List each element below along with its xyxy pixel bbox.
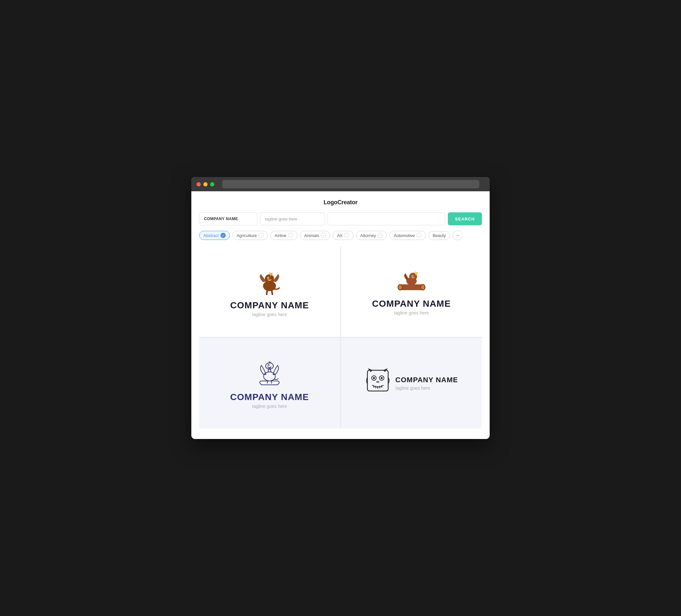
filter-abstract-label: Abstract xyxy=(203,233,219,238)
filter-beauty[interactable]: Beauty xyxy=(428,231,450,240)
svg-point-16 xyxy=(266,363,273,369)
logo-4-layout: COMPANY NAME tagline goes here xyxy=(365,368,458,399)
filter-agriculture[interactable]: Agriculture ✓ xyxy=(232,231,268,240)
logo-card-4[interactable]: COMPANY NAME tagline goes here xyxy=(341,338,482,429)
filter-attorney[interactable]: Attorney ✓ xyxy=(356,231,387,240)
svg-point-1 xyxy=(265,274,274,283)
minimize-button[interactable] xyxy=(203,182,207,186)
svg-point-10 xyxy=(421,285,425,289)
svg-point-3 xyxy=(268,278,269,279)
logo-icon-4 xyxy=(365,368,391,393)
browser-window: LogoCreator SEARCH Abstract ✓ Agricultur… xyxy=(191,177,490,439)
logo-4-text: COMPANY NAME tagline goes here xyxy=(395,376,458,391)
tagline-input[interactable] xyxy=(260,212,325,225)
filter-airline-check: ✓ xyxy=(288,233,293,238)
filter-abstract[interactable]: Abstract ✓ xyxy=(199,231,230,240)
logo-3-company: COMPANY NAME xyxy=(230,392,309,402)
filter-art-label: Art xyxy=(337,233,343,238)
url-bar[interactable] xyxy=(222,180,479,188)
logo-grid: COMPANY NAME tagline goes here xyxy=(199,246,482,429)
svg-point-14 xyxy=(412,276,413,276)
browser-titlebar xyxy=(191,177,490,191)
svg-rect-6 xyxy=(400,284,423,290)
logo-2-company: COMPANY NAME xyxy=(372,299,451,309)
search-bar: SEARCH xyxy=(199,212,482,225)
svg-point-23 xyxy=(373,377,375,379)
logo-icon-1 xyxy=(255,266,284,295)
filter-next-button[interactable]: → xyxy=(453,231,462,240)
filter-automotive-label: Automotive xyxy=(394,233,415,238)
logo-card-1[interactable]: COMPANY NAME tagline goes here xyxy=(199,246,340,337)
filter-art[interactable]: Art ✓ xyxy=(333,231,353,240)
filter-animals[interactable]: Animals ✓ xyxy=(300,231,330,240)
logo-card-2[interactable]: COMPANY NAME tagline goes here xyxy=(341,246,482,337)
filter-automotive[interactable]: Automotive ✓ xyxy=(389,231,426,240)
company-name-input[interactable] xyxy=(199,212,257,225)
maximize-button[interactable] xyxy=(210,182,215,186)
logo-card-3[interactable]: COMPANY NAME tagline goes here xyxy=(199,338,340,429)
filter-agriculture-check: ✓ xyxy=(258,233,263,238)
close-button[interactable] xyxy=(197,182,201,186)
logo-2-tagline: tagline goes here xyxy=(394,310,429,315)
logo-3-tagline: tagline goes here xyxy=(252,404,287,409)
filter-agriculture-label: Agriculture xyxy=(237,233,257,238)
filter-automotive-check: ✓ xyxy=(417,233,422,238)
svg-line-4 xyxy=(267,290,267,294)
filter-animals-check: ✓ xyxy=(321,233,326,238)
extra-input[interactable] xyxy=(328,212,445,225)
filter-beauty-label: Beauty xyxy=(433,233,446,238)
svg-point-17 xyxy=(268,364,269,366)
search-button[interactable]: SEARCH xyxy=(448,212,482,225)
logo-4-tagline: tagline goes here xyxy=(395,385,458,391)
app-title: LogoCreator xyxy=(199,199,482,206)
svg-point-24 xyxy=(381,377,383,379)
filter-bar: Abstract ✓ Agriculture ✓ Airline ✓ Anima… xyxy=(199,231,482,240)
svg-line-5 xyxy=(272,290,272,294)
filter-art-check: ✓ xyxy=(344,233,349,238)
app-content: LogoCreator SEARCH Abstract ✓ Agricultur… xyxy=(191,191,490,439)
filter-attorney-label: Attorney xyxy=(360,233,376,238)
filter-airline-label: Airline xyxy=(275,233,286,238)
logo-icon-2 xyxy=(397,267,426,293)
filter-abstract-check: ✓ xyxy=(221,233,226,238)
logo-icon-3 xyxy=(255,358,284,387)
logo-4-company: COMPANY NAME xyxy=(395,376,458,384)
filter-airline[interactable]: Airline ✓ xyxy=(271,231,297,240)
filter-attorney-check: ✓ xyxy=(377,233,383,238)
filter-animals-label: Animals xyxy=(304,233,319,238)
logo-1-tagline: tagline goes here xyxy=(252,312,287,317)
svg-point-8 xyxy=(399,285,402,289)
logo-1-company: COMPANY NAME xyxy=(230,300,309,311)
